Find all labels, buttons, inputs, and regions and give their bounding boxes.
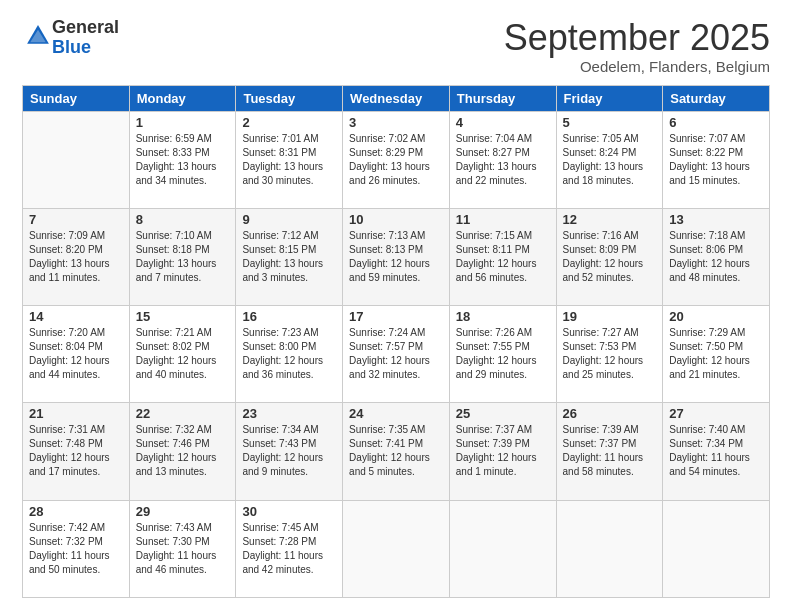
location-subtitle: Oedelem, Flanders, Belgium	[504, 58, 770, 75]
header-friday: Friday	[556, 85, 663, 111]
day-number: 22	[136, 406, 230, 421]
header-monday: Monday	[129, 85, 236, 111]
day-number: 9	[242, 212, 336, 227]
day-number: 13	[669, 212, 763, 227]
day-info: Sunrise: 7:07 AMSunset: 8:22 PMDaylight:…	[669, 132, 763, 188]
logo-general-text: General	[52, 17, 119, 37]
day-info: Sunrise: 7:16 AMSunset: 8:09 PMDaylight:…	[563, 229, 657, 285]
table-row: 8Sunrise: 7:10 AMSunset: 8:18 PMDaylight…	[129, 208, 236, 305]
day-number: 7	[29, 212, 123, 227]
day-number: 28	[29, 504, 123, 519]
table-row: 18Sunrise: 7:26 AMSunset: 7:55 PMDayligh…	[449, 306, 556, 403]
table-row: 10Sunrise: 7:13 AMSunset: 8:13 PMDayligh…	[343, 208, 450, 305]
day-number: 18	[456, 309, 550, 324]
day-number: 8	[136, 212, 230, 227]
day-number: 3	[349, 115, 443, 130]
day-info: Sunrise: 7:35 AMSunset: 7:41 PMDaylight:…	[349, 423, 443, 479]
day-number: 10	[349, 212, 443, 227]
day-info: Sunrise: 7:15 AMSunset: 8:11 PMDaylight:…	[456, 229, 550, 285]
day-number: 23	[242, 406, 336, 421]
day-number: 26	[563, 406, 657, 421]
calendar-week-row: 7Sunrise: 7:09 AMSunset: 8:20 PMDaylight…	[23, 208, 770, 305]
day-info: Sunrise: 7:37 AMSunset: 7:39 PMDaylight:…	[456, 423, 550, 479]
table-row: 22Sunrise: 7:32 AMSunset: 7:46 PMDayligh…	[129, 403, 236, 500]
table-row: 11Sunrise: 7:15 AMSunset: 8:11 PMDayligh…	[449, 208, 556, 305]
calendar-week-row: 28Sunrise: 7:42 AMSunset: 7:32 PMDayligh…	[23, 500, 770, 597]
header-tuesday: Tuesday	[236, 85, 343, 111]
day-info: Sunrise: 7:13 AMSunset: 8:13 PMDaylight:…	[349, 229, 443, 285]
header-wednesday: Wednesday	[343, 85, 450, 111]
day-number: 25	[456, 406, 550, 421]
weekday-header-row: Sunday Monday Tuesday Wednesday Thursday…	[23, 85, 770, 111]
header-saturday: Saturday	[663, 85, 770, 111]
day-info: Sunrise: 7:39 AMSunset: 7:37 PMDaylight:…	[563, 423, 657, 479]
table-row: 7Sunrise: 7:09 AMSunset: 8:20 PMDaylight…	[23, 208, 130, 305]
day-info: Sunrise: 7:18 AMSunset: 8:06 PMDaylight:…	[669, 229, 763, 285]
day-number: 24	[349, 406, 443, 421]
day-number: 2	[242, 115, 336, 130]
day-info: Sunrise: 7:27 AMSunset: 7:53 PMDaylight:…	[563, 326, 657, 382]
day-info: Sunrise: 7:26 AMSunset: 7:55 PMDaylight:…	[456, 326, 550, 382]
day-number: 14	[29, 309, 123, 324]
table-row	[343, 500, 450, 597]
day-info: Sunrise: 7:29 AMSunset: 7:50 PMDaylight:…	[669, 326, 763, 382]
day-info: Sunrise: 7:09 AMSunset: 8:20 PMDaylight:…	[29, 229, 123, 285]
day-info: Sunrise: 7:34 AMSunset: 7:43 PMDaylight:…	[242, 423, 336, 479]
table-row: 14Sunrise: 7:20 AMSunset: 8:04 PMDayligh…	[23, 306, 130, 403]
day-info: Sunrise: 7:04 AMSunset: 8:27 PMDaylight:…	[456, 132, 550, 188]
day-info: Sunrise: 7:23 AMSunset: 8:00 PMDaylight:…	[242, 326, 336, 382]
day-number: 5	[563, 115, 657, 130]
day-info: Sunrise: 7:40 AMSunset: 7:34 PMDaylight:…	[669, 423, 763, 479]
day-info: Sunrise: 7:02 AMSunset: 8:29 PMDaylight:…	[349, 132, 443, 188]
logo-blue-text: Blue	[52, 37, 91, 57]
day-number: 20	[669, 309, 763, 324]
day-number: 4	[456, 115, 550, 130]
table-row: 21Sunrise: 7:31 AMSunset: 7:48 PMDayligh…	[23, 403, 130, 500]
day-number: 12	[563, 212, 657, 227]
table-row: 16Sunrise: 7:23 AMSunset: 8:00 PMDayligh…	[236, 306, 343, 403]
table-row: 12Sunrise: 7:16 AMSunset: 8:09 PMDayligh…	[556, 208, 663, 305]
day-number: 11	[456, 212, 550, 227]
day-info: Sunrise: 7:24 AMSunset: 7:57 PMDaylight:…	[349, 326, 443, 382]
table-row: 25Sunrise: 7:37 AMSunset: 7:39 PMDayligh…	[449, 403, 556, 500]
table-row: 5Sunrise: 7:05 AMSunset: 8:24 PMDaylight…	[556, 111, 663, 208]
table-row: 27Sunrise: 7:40 AMSunset: 7:34 PMDayligh…	[663, 403, 770, 500]
day-info: Sunrise: 7:43 AMSunset: 7:30 PMDaylight:…	[136, 521, 230, 577]
table-row: 19Sunrise: 7:27 AMSunset: 7:53 PMDayligh…	[556, 306, 663, 403]
day-number: 16	[242, 309, 336, 324]
day-info: Sunrise: 7:20 AMSunset: 8:04 PMDaylight:…	[29, 326, 123, 382]
day-info: Sunrise: 7:31 AMSunset: 7:48 PMDaylight:…	[29, 423, 123, 479]
table-row: 13Sunrise: 7:18 AMSunset: 8:06 PMDayligh…	[663, 208, 770, 305]
day-info: Sunrise: 7:32 AMSunset: 7:46 PMDaylight:…	[136, 423, 230, 479]
table-row: 24Sunrise: 7:35 AMSunset: 7:41 PMDayligh…	[343, 403, 450, 500]
page-header: General Blue September 2025 Oedelem, Fla…	[22, 18, 770, 75]
day-number: 15	[136, 309, 230, 324]
calendar-week-row: 1Sunrise: 6:59 AMSunset: 8:33 PMDaylight…	[23, 111, 770, 208]
day-number: 27	[669, 406, 763, 421]
day-number: 17	[349, 309, 443, 324]
table-row	[449, 500, 556, 597]
table-row: 20Sunrise: 7:29 AMSunset: 7:50 PMDayligh…	[663, 306, 770, 403]
day-number: 21	[29, 406, 123, 421]
day-info: Sunrise: 7:05 AMSunset: 8:24 PMDaylight:…	[563, 132, 657, 188]
day-info: Sunrise: 7:12 AMSunset: 8:15 PMDaylight:…	[242, 229, 336, 285]
month-title: September 2025	[504, 18, 770, 58]
table-row: 29Sunrise: 7:43 AMSunset: 7:30 PMDayligh…	[129, 500, 236, 597]
day-info: Sunrise: 7:21 AMSunset: 8:02 PMDaylight:…	[136, 326, 230, 382]
day-info: Sunrise: 7:01 AMSunset: 8:31 PMDaylight:…	[242, 132, 336, 188]
header-thursday: Thursday	[449, 85, 556, 111]
calendar-table: Sunday Monday Tuesday Wednesday Thursday…	[22, 85, 770, 598]
day-info: Sunrise: 7:45 AMSunset: 7:28 PMDaylight:…	[242, 521, 336, 577]
table-row: 30Sunrise: 7:45 AMSunset: 7:28 PMDayligh…	[236, 500, 343, 597]
day-info: Sunrise: 7:42 AMSunset: 7:32 PMDaylight:…	[29, 521, 123, 577]
day-number: 1	[136, 115, 230, 130]
logo-icon	[24, 22, 52, 50]
logo: General Blue	[22, 18, 119, 58]
table-row: 2Sunrise: 7:01 AMSunset: 8:31 PMDaylight…	[236, 111, 343, 208]
day-number: 30	[242, 504, 336, 519]
day-info: Sunrise: 6:59 AMSunset: 8:33 PMDaylight:…	[136, 132, 230, 188]
table-row: 15Sunrise: 7:21 AMSunset: 8:02 PMDayligh…	[129, 306, 236, 403]
calendar-week-row: 21Sunrise: 7:31 AMSunset: 7:48 PMDayligh…	[23, 403, 770, 500]
title-block: September 2025 Oedelem, Flanders, Belgiu…	[504, 18, 770, 75]
table-row: 4Sunrise: 7:04 AMSunset: 8:27 PMDaylight…	[449, 111, 556, 208]
